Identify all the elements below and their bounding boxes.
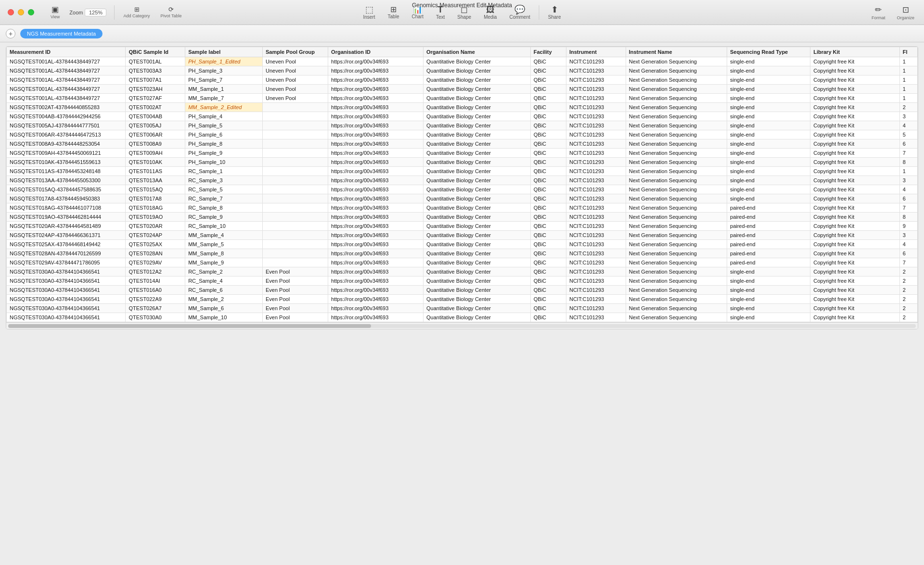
table-cell[interactable]: paired-end bbox=[727, 203, 810, 213]
table-cell[interactable]: NGSQTEST001AL-437844438449727 bbox=[7, 66, 126, 75]
table-cell[interactable] bbox=[262, 112, 328, 121]
table-cell[interactable]: QBiC bbox=[530, 267, 566, 276]
table-cell[interactable]: QTEST011AS bbox=[126, 167, 185, 176]
header-instrument-name[interactable]: Instrument Name bbox=[626, 47, 727, 57]
table-cell[interactable]: QTEST014AI bbox=[126, 276, 185, 286]
table-row[interactable]: NGSQTEST001AL-437844438449727QTEST023AHM… bbox=[7, 85, 918, 94]
table-cell[interactable]: single-end bbox=[727, 304, 810, 313]
table-cell[interactable]: single-end bbox=[727, 66, 810, 75]
table-cell[interactable]: Next Generation Sequencing bbox=[626, 249, 727, 258]
table-row[interactable]: NGSQTEST005AJ-437844444777501QTEST005AJP… bbox=[7, 121, 918, 130]
table-cell[interactable]: Uneven Pool bbox=[262, 85, 328, 94]
table-cell[interactable]: NGSQTEST002AT-437844440855283 bbox=[7, 103, 126, 112]
table-cell[interactable]: PH_Sample_1_Edited bbox=[185, 57, 263, 66]
table-row[interactable]: NGSQTEST029AV-437844471786095QTEST029AVM… bbox=[7, 258, 918, 267]
table-cell[interactable]: NCIT:C101293 bbox=[566, 194, 626, 203]
table-cell[interactable]: 1 bbox=[899, 57, 917, 66]
table-cell[interactable]: PH_Sample_7 bbox=[185, 75, 263, 85]
table-cell[interactable]: https://ror.org/00v34f693 bbox=[328, 231, 424, 240]
table-cell[interactable]: Next Generation Sequencing bbox=[626, 66, 727, 75]
table-cell[interactable]: https://ror.org/00v34f693 bbox=[328, 276, 424, 286]
table-cell[interactable]: Copyright free Kit bbox=[810, 57, 900, 66]
table-cell[interactable]: NGSQTEST030A0-437844104366541 bbox=[7, 267, 126, 276]
table-cell[interactable]: 1 bbox=[899, 167, 917, 176]
table-cell[interactable]: Next Generation Sequencing bbox=[626, 167, 727, 176]
table-cell[interactable]: Next Generation Sequencing bbox=[626, 313, 727, 322]
close-button[interactable] bbox=[8, 9, 14, 15]
table-cell[interactable]: Copyright free Kit bbox=[810, 313, 900, 322]
table-cell[interactable]: 7 bbox=[899, 258, 917, 267]
table-cell[interactable]: Quantitative Biology Center bbox=[424, 94, 531, 103]
table-cell[interactable]: QTEST008A9 bbox=[126, 139, 185, 149]
table-cell[interactable]: QBiC bbox=[530, 240, 566, 249]
table-cell[interactable]: QBiC bbox=[530, 313, 566, 322]
table-cell[interactable] bbox=[262, 249, 328, 258]
table-cell[interactable]: single-end bbox=[727, 295, 810, 304]
table-cell[interactable]: 1 bbox=[899, 75, 917, 85]
table-row[interactable]: NGSQTEST009AH-437844450069121QTEST009AHP… bbox=[7, 149, 918, 158]
table-row[interactable]: NGSQTEST030A0-437844104366541QTEST022A9M… bbox=[7, 295, 918, 304]
table-cell[interactable]: Next Generation Sequencing bbox=[626, 267, 727, 276]
add-category-button[interactable]: ⊞ Add Category bbox=[119, 3, 154, 22]
table-cell[interactable]: NGSQTEST024AP-437844466361371 bbox=[7, 231, 126, 240]
table-cell[interactable]: QTEST029AV bbox=[126, 258, 185, 267]
table-cell[interactable]: single-end bbox=[727, 194, 810, 203]
table-row[interactable]: NGSQTEST001AL-437844438449727QTEST001ALP… bbox=[7, 57, 918, 66]
table-cell[interactable]: Next Generation Sequencing bbox=[626, 103, 727, 112]
table-cell[interactable]: 6 bbox=[899, 194, 917, 203]
table-cell[interactable]: MM_Sample_10 bbox=[185, 313, 263, 322]
table-cell[interactable]: NGSQTEST025AX-437844468149442 bbox=[7, 240, 126, 249]
table-cell[interactable]: Next Generation Sequencing bbox=[626, 130, 727, 139]
table-cell[interactable]: Copyright free Kit bbox=[810, 276, 900, 286]
header-qbic-sample[interactable]: QBiC Sample Id bbox=[126, 47, 185, 57]
table-cell[interactable]: NCIT:C101293 bbox=[566, 149, 626, 158]
table-cell[interactable]: Copyright free Kit bbox=[810, 167, 900, 176]
table-cell[interactable]: 9 bbox=[899, 222, 917, 231]
table-cell[interactable]: Copyright free Kit bbox=[810, 304, 900, 313]
table-cell[interactable]: https://ror.org/00v34f693 bbox=[328, 176, 424, 185]
table-cell[interactable]: QBiC bbox=[530, 194, 566, 203]
table-cell[interactable]: 2 bbox=[899, 295, 917, 304]
table-cell[interactable]: single-end bbox=[727, 286, 810, 295]
table-row[interactable]: NGSQTEST030A0-437844104366541QTEST016A0R… bbox=[7, 286, 918, 295]
table-cell[interactable]: single-end bbox=[727, 139, 810, 149]
table-cell[interactable]: Copyright free Kit bbox=[810, 66, 900, 75]
table-cell[interactable] bbox=[262, 139, 328, 149]
table-cell[interactable]: Quantitative Biology Center bbox=[424, 121, 531, 130]
table-cell[interactable]: RC_Sample_2 bbox=[185, 267, 263, 276]
table-cell[interactable]: single-end bbox=[727, 94, 810, 103]
table-cell[interactable]: NCIT:C101293 bbox=[566, 203, 626, 213]
table-cell[interactable]: NCIT:C101293 bbox=[566, 267, 626, 276]
comment-button[interactable]: 💬 Comment bbox=[503, 2, 536, 23]
table-cell[interactable]: NCIT:C101293 bbox=[566, 66, 626, 75]
table-cell[interactable] bbox=[262, 176, 328, 185]
text-button[interactable]: T Text bbox=[430, 2, 450, 23]
minimize-button[interactable] bbox=[18, 9, 24, 15]
header-pool-group[interactable]: Sample Pool Group bbox=[262, 47, 328, 57]
table-cell[interactable]: NCIT:C101293 bbox=[566, 130, 626, 139]
table-cell[interactable]: NGSQTEST001AL-437844438449727 bbox=[7, 75, 126, 85]
table-cell[interactable]: Copyright free Kit bbox=[810, 176, 900, 185]
header-seq-read-type[interactable]: Sequencing Read Type bbox=[727, 47, 810, 57]
media-button[interactable]: 🖼 Media bbox=[478, 2, 502, 23]
table-cell[interactable]: QTEST024AP bbox=[126, 231, 185, 240]
table-cell[interactable]: NCIT:C101293 bbox=[566, 240, 626, 249]
table-cell[interactable]: QBiC bbox=[530, 149, 566, 158]
table-cell[interactable]: single-end bbox=[727, 85, 810, 94]
table-cell[interactable]: NGSQTEST028AN-437844470126599 bbox=[7, 249, 126, 258]
table-cell[interactable]: paired-end bbox=[727, 222, 810, 231]
table-cell[interactable]: PH_Sample_5 bbox=[185, 121, 263, 130]
table-cell[interactable] bbox=[262, 240, 328, 249]
table-cell[interactable]: Copyright free Kit bbox=[810, 258, 900, 267]
table-cell[interactable]: Quantitative Biology Center bbox=[424, 313, 531, 322]
table-cell[interactable]: NCIT:C101293 bbox=[566, 258, 626, 267]
table-cell[interactable]: QTEST012A2 bbox=[126, 267, 185, 276]
table-cell[interactable]: Copyright free Kit bbox=[810, 158, 900, 167]
table-cell[interactable]: NCIT:C101293 bbox=[566, 158, 626, 167]
table-cell[interactable]: https://ror.org/00v34f693 bbox=[328, 103, 424, 112]
table-cell[interactable]: NGSQTEST030A0-437844104366541 bbox=[7, 286, 126, 295]
table-cell[interactable]: Next Generation Sequencing bbox=[626, 222, 727, 231]
table-cell[interactable]: 4 bbox=[899, 185, 917, 194]
table-cell[interactable]: Uneven Pool bbox=[262, 75, 328, 85]
table-cell[interactable]: QBiC bbox=[530, 167, 566, 176]
